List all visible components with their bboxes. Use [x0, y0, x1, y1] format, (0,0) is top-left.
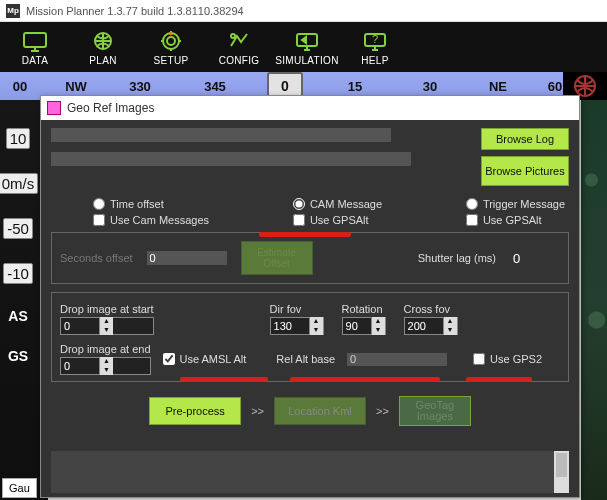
drop-start-spin[interactable]: ▲▼ — [60, 317, 154, 335]
seconds-offset-input[interactable] — [147, 251, 227, 265]
drop-start-input[interactable] — [61, 320, 99, 332]
check-use-cam-messages-label: Use Cam Messages — [110, 214, 209, 226]
estimate-offset-l1: Estimate — [257, 247, 296, 258]
rotation-input[interactable] — [343, 320, 371, 332]
svg-text:?: ? — [372, 33, 378, 45]
check-use-gps2-input[interactable] — [473, 353, 485, 365]
check-use-gpsalt-1[interactable]: Use GPSAlt — [293, 214, 382, 226]
drop-end-input[interactable] — [61, 360, 99, 372]
spin-down-icon[interactable]: ▼ — [99, 326, 113, 335]
check-use-amsl-alt-input[interactable] — [163, 353, 175, 365]
annotation-mark-3 — [290, 377, 440, 382]
dir-fov-spin[interactable]: ▲▼ — [270, 317, 324, 335]
rotation-spin[interactable]: ▲▼ — [342, 317, 386, 335]
check-use-cam-messages-input[interactable] — [93, 214, 105, 226]
gauge-tab[interactable]: Gau — [2, 478, 37, 498]
check-use-gpsalt-1-input[interactable] — [293, 214, 305, 226]
annotation-mark-1 — [259, 232, 351, 237]
image-panel: Drop image at start ▲▼ Dir fov ▲▼ Rotati… — [51, 292, 569, 382]
geotag-l2: Images — [417, 411, 453, 422]
spin-up-icon[interactable]: ▲ — [99, 357, 113, 366]
spin-down-icon[interactable]: ▼ — [99, 366, 113, 375]
radio-cam-message[interactable]: CAM Message — [293, 198, 382, 210]
log-path-field[interactable] — [51, 128, 391, 142]
toolbar-simulation-button[interactable]: SIMULATION — [276, 24, 338, 70]
cross-fov-input[interactable] — [405, 320, 443, 332]
data-icon — [21, 29, 49, 53]
toolbar-plan-button[interactable]: PLAN — [72, 24, 134, 70]
geotag-images-button: GeoTag Images — [399, 396, 471, 426]
annotation-mark-4 — [466, 377, 532, 382]
spin-up-icon[interactable]: ▲ — [443, 317, 457, 326]
toolbar-data-button[interactable]: DATA — [4, 24, 66, 70]
location-kml-button[interactable]: Location Kml — [274, 397, 366, 425]
scrollbar[interactable] — [554, 451, 569, 493]
radio-trigger-message-input[interactable] — [466, 198, 478, 210]
map-sliver — [581, 100, 607, 500]
rel-alt-base-label: Rel Alt base — [276, 353, 335, 365]
browse-pictures-button[interactable]: Browse Pictures — [481, 156, 569, 186]
arrow-icon: >> — [251, 405, 264, 417]
toolbar-help-label: HELP — [361, 55, 388, 66]
plan-icon — [89, 29, 117, 53]
check-use-gpsalt-2[interactable]: Use GPSAlt — [466, 214, 565, 226]
toolbar-setup-button[interactable]: +SETUP — [140, 24, 202, 70]
radio-trigger-message[interactable]: Trigger Message — [466, 198, 565, 210]
arrow-icon: >> — [376, 405, 389, 417]
spin-up-icon[interactable]: ▲ — [371, 317, 385, 326]
radio-time-offset-input[interactable] — [93, 198, 105, 210]
toolbar-plan-label: PLAN — [89, 55, 116, 66]
dialog-icon — [47, 101, 61, 115]
app-icon: Mp — [6, 4, 20, 18]
spin-down-icon[interactable]: ▼ — [443, 326, 457, 335]
shutter-lag-input[interactable] — [510, 251, 560, 265]
estimate-offset-l2: Offset — [263, 258, 290, 269]
simulation-icon — [293, 29, 321, 53]
georef-dialog: Geo Ref Images Browse Log Browse Picture… — [40, 95, 580, 498]
scrollbar-thumb[interactable] — [556, 453, 567, 477]
radio-cam-message-input[interactable] — [293, 198, 305, 210]
drop-end-spin[interactable]: ▲▼ — [60, 357, 151, 375]
svg-rect-0 — [24, 33, 46, 47]
check-use-gps2[interactable]: Use GPS2 — [473, 353, 542, 365]
check-use-amsl-alt-label: Use AMSL Alt — [180, 353, 247, 365]
rotation-label: Rotation — [342, 303, 386, 315]
main-toolbar: DATAPLAN+SETUPCONFIGSIMULATION?HELP — [0, 22, 607, 72]
toolbar-data-label: DATA — [22, 55, 48, 66]
dir-fov-input[interactable] — [271, 320, 309, 332]
check-use-cam-messages[interactable]: Use Cam Messages — [93, 214, 209, 226]
app-titlebar: Mp Mission Planner 1.3.77 build 1.3.8110… — [0, 0, 607, 22]
toolbar-config-button[interactable]: CONFIG — [208, 24, 270, 70]
config-icon — [225, 29, 253, 53]
check-use-gpsalt-1-label: Use GPSAlt — [310, 214, 369, 226]
annotation-mark-2 — [180, 377, 268, 382]
spin-up-icon[interactable]: ▲ — [99, 317, 113, 326]
hud-side-readouts: 10 0m/s -50 -10 AS GS — [0, 100, 36, 500]
check-use-gpsalt-2-label: Use GPSAlt — [483, 214, 542, 226]
check-use-amsl-alt[interactable]: Use AMSL Alt — [163, 353, 247, 365]
output-log[interactable] — [51, 451, 569, 493]
spin-down-icon[interactable]: ▼ — [309, 326, 323, 335]
pictures-path-field[interactable] — [51, 152, 411, 166]
toolbar-config-label: CONFIG — [219, 55, 260, 66]
rel-alt-base-input[interactable]: 0 — [347, 353, 447, 366]
offset-panel: Seconds offset Estimate Offset Shutter l… — [51, 232, 569, 284]
radio-cam-message-label: CAM Message — [310, 198, 382, 210]
radio-time-offset[interactable]: Time offset — [93, 198, 209, 210]
hud-value-1: 10 — [6, 128, 31, 149]
setup-icon: + — [157, 29, 185, 53]
dialog-titlebar[interactable]: Geo Ref Images — [41, 96, 579, 120]
browse-log-button[interactable]: Browse Log — [481, 128, 569, 150]
radio-time-offset-label: Time offset — [110, 198, 164, 210]
check-use-gpsalt-2-input[interactable] — [466, 214, 478, 226]
spin-down-icon[interactable]: ▼ — [371, 326, 385, 335]
compass-tick: 00 — [13, 72, 27, 100]
drop-end-label: Drop image at end — [60, 343, 151, 355]
hud-label-as: AS — [8, 308, 27, 324]
spin-up-icon[interactable]: ▲ — [309, 317, 323, 326]
cross-fov-spin[interactable]: ▲▼ — [404, 317, 458, 335]
check-use-gps2-label: Use GPS2 — [490, 353, 542, 365]
toolbar-help-button[interactable]: ?HELP — [344, 24, 406, 70]
preprocess-button[interactable]: Pre-process — [149, 397, 241, 425]
hud-label-gs: GS — [8, 348, 28, 364]
